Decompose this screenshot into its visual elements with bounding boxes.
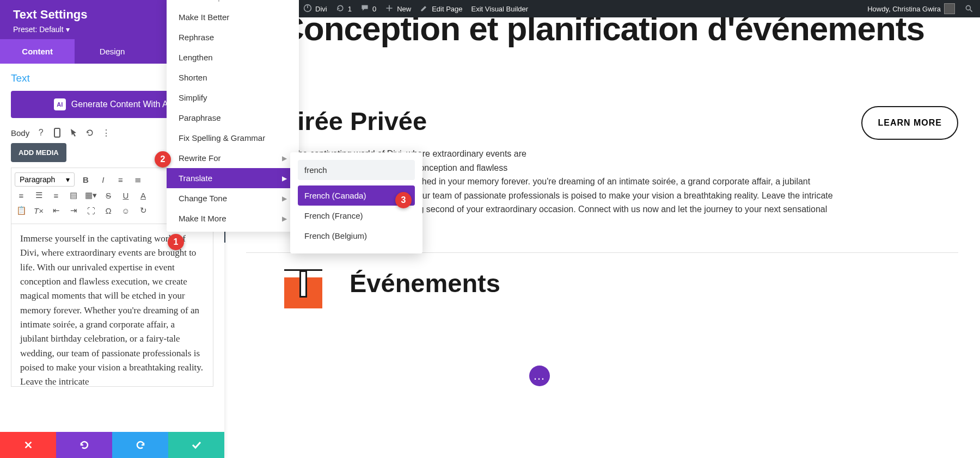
ai-icon: AI (54, 98, 66, 110)
cancel-button[interactable] (0, 432, 56, 458)
undo-icon[interactable] (85, 128, 95, 138)
align-left-button[interactable]: ≡ (15, 189, 28, 202)
ol-button[interactable]: ≣ (131, 173, 144, 186)
body-label: Body (11, 128, 29, 138)
undo-button[interactable] (56, 432, 112, 458)
module-options-bubble[interactable]: … (529, 366, 550, 386)
special-char-button[interactable]: Ω (102, 204, 115, 217)
callout-2: 2 (155, 151, 171, 168)
clear-format-button[interactable]: T× (32, 204, 45, 217)
tab-content[interactable]: Content (0, 39, 75, 64)
chevron-right-icon: ▶ (282, 215, 287, 222)
history-button[interactable]: ↻ (137, 204, 150, 217)
admin-search[interactable] (964, 3, 975, 14)
svg-rect-3 (54, 128, 60, 137)
section-evenements: Événements (246, 269, 958, 308)
translate-option-french-belgium[interactable]: French (Belgium) (298, 226, 415, 246)
editor-body[interactable]: Immerse yourself in the captivating worl… (11, 224, 213, 387)
ai-menu-simplify[interactable]: Simplify (167, 88, 299, 108)
svg-rect-1 (307, 5, 308, 8)
generate-ai-label: Generate Content With AI (71, 100, 170, 109)
avatar (944, 3, 955, 14)
admin-site-name[interactable]: Divi (299, 0, 332, 17)
more-icon[interactable]: ⋮ (101, 128, 111, 138)
align-right-button[interactable]: ≡ (50, 189, 63, 202)
ai-menu-lengthen[interactable]: Lengthen (167, 47, 299, 67)
strike-button[interactable]: S (102, 189, 115, 202)
table-button[interactable]: ▦▾ (84, 189, 97, 202)
redo-button[interactable] (112, 432, 168, 458)
section2-title: Événements (350, 269, 500, 298)
emoji-button[interactable]: ☺ (119, 204, 132, 217)
chevron-down-icon: ▾ (66, 25, 70, 34)
section1-title: vi Soirée Privée (236, 106, 840, 136)
help-icon[interactable]: ? (36, 128, 46, 138)
paragraph-select[interactable]: Paragraph ▾ (15, 172, 75, 187)
underline-button[interactable]: U (119, 189, 132, 202)
ai-menu-write-replace[interactable]: Write & Replace (167, 0, 299, 7)
dashboard-icon (303, 4, 312, 14)
admin-new[interactable]: New (381, 0, 415, 17)
callout-3: 3 (395, 192, 412, 208)
chevron-right-icon: ▶ (282, 195, 287, 202)
indent-button[interactable]: ⇥ (67, 204, 80, 217)
italic-button[interactable]: I (96, 173, 109, 186)
align-justify-button[interactable]: ▤ (67, 189, 80, 202)
ai-menu-shorten[interactable]: Shorten (167, 67, 299, 88)
svg-point-2 (966, 5, 970, 10)
panel-footer (0, 432, 224, 458)
plus-icon (385, 4, 394, 14)
cursor-icon[interactable] (69, 128, 78, 138)
ai-menu-change-tone[interactable]: Change Tone▶ (167, 188, 299, 208)
callout-1: 1 (168, 234, 184, 250)
ai-menu-translate[interactable]: Translate▶ (167, 168, 299, 188)
translate-search-input[interactable] (298, 160, 415, 180)
mobile-icon[interactable] (52, 128, 62, 138)
admin-greeting: Howdy, Christina Gwira (867, 5, 941, 13)
paste-button[interactable]: 📋 (15, 204, 28, 217)
align-center-button[interactable]: ☰ (32, 189, 45, 202)
learn-more-button[interactable]: LEARN MORE (861, 106, 958, 140)
ai-menu-paraphrase[interactable]: Paraphrase (167, 108, 299, 128)
admin-edit-page[interactable]: Edit Page (415, 0, 467, 17)
admin-exit-label: Exit Visual Builder (471, 5, 529, 13)
ai-menu-make-it-more[interactable]: Make It More▶ (167, 208, 299, 228)
admin-bar: Divi 1 0 New Edit Page Exit Visual Build… (299, 0, 980, 17)
color-button[interactable]: A (137, 189, 150, 202)
admin-exit-builder[interactable]: Exit Visual Builder (467, 0, 533, 17)
comment-icon (360, 4, 369, 14)
admin-new-label: New (397, 5, 411, 13)
outdent-button[interactable]: ⇤ (50, 204, 63, 217)
ul-button[interactable]: ≡ (114, 173, 127, 186)
save-button[interactable] (168, 432, 224, 458)
admin-refresh-count: 1 (348, 5, 352, 13)
admin-refresh[interactable]: 1 (332, 0, 356, 17)
ai-menu: Write & Replace Make It Better Rephrase … (167, 0, 299, 232)
fullscreen-button[interactable]: ⛶ (84, 204, 97, 217)
admin-comments[interactable]: 0 (356, 0, 381, 17)
ai-menu-make-better[interactable]: Make It Better (167, 7, 299, 27)
bold-button[interactable]: B (79, 173, 92, 186)
add-media-button[interactable]: ADD MEDIA (11, 143, 66, 162)
admin-right: Howdy, Christina Gwira (863, 0, 980, 17)
refresh-icon (336, 4, 345, 14)
ai-menu-fix-spelling[interactable]: Fix Spelling & Grammar (167, 128, 299, 148)
chevron-right-icon: ▶ (282, 175, 287, 182)
tie-icon (284, 276, 322, 308)
chevron-down-icon: ▾ (66, 175, 70, 184)
panel-preset-label: Preset: Default (13, 25, 64, 34)
admin-account[interactable]: Howdy, Christina Gwira (863, 0, 959, 17)
chevron-right-icon: ▶ (282, 154, 287, 162)
hero-title: Conception et planification d'événements (246, 17, 958, 46)
admin-comments-count: 0 (372, 5, 376, 13)
translate-option-french-france[interactable]: French (France) (298, 206, 415, 226)
ai-menu-rewrite-for[interactable]: Rewrite For▶ (167, 148, 299, 168)
admin-edit-label: Edit Page (432, 5, 462, 13)
pencil-icon (420, 4, 428, 14)
editor-text: Immerse yourself in the captivating worl… (20, 232, 204, 387)
paragraph-label: Paragraph (20, 175, 55, 184)
admin-site-label: Divi (315, 5, 327, 13)
tab-design[interactable]: Design (75, 39, 149, 64)
ai-menu-rephrase[interactable]: Rephrase (167, 27, 299, 47)
